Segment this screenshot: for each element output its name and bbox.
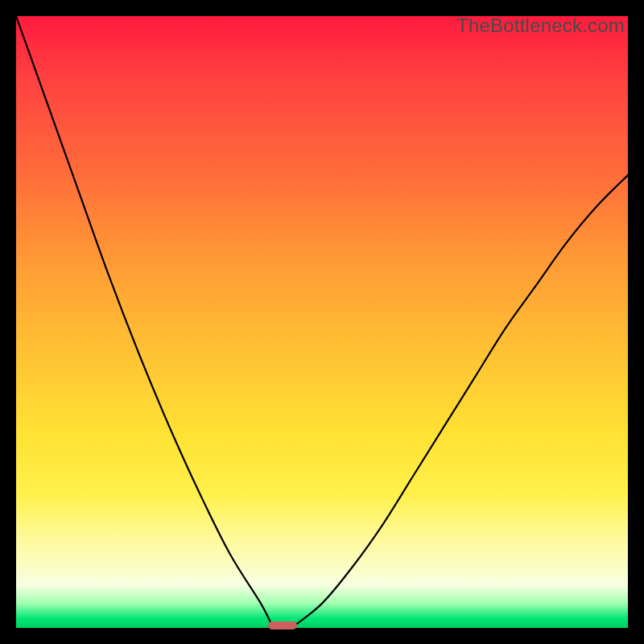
minimum-marker	[268, 621, 297, 630]
curve-left-branch	[16, 16, 273, 628]
watermark-text: TheBottleneck.com	[456, 14, 625, 37]
bottleneck-curve	[16, 16, 628, 628]
chart-frame: TheBottleneck.com	[16, 16, 628, 628]
curve-right-branch	[291, 175, 628, 628]
